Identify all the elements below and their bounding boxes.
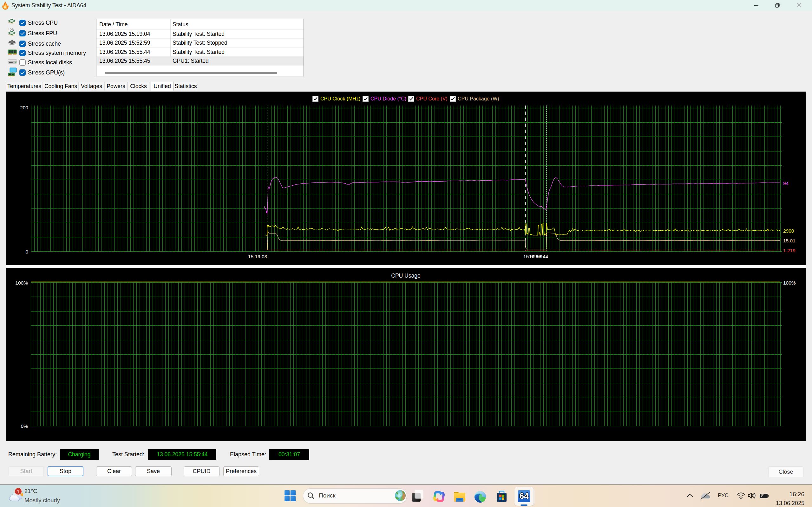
svg-text:123: 123 xyxy=(8,28,14,32)
